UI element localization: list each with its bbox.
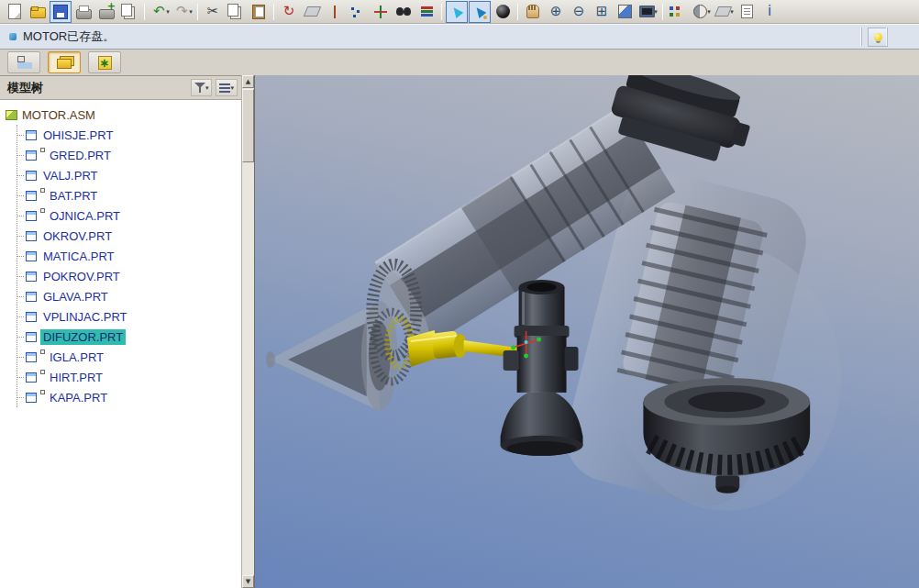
tree-item[interactable]: POKROV.PRT	[17, 266, 241, 286]
navigator-tab-folder-browser[interactable]	[48, 51, 81, 73]
regenerate-icon-button[interactable]: ↻	[278, 1, 300, 23]
scrollbar-thumb[interactable]	[242, 89, 254, 162]
part-icon	[26, 251, 37, 261]
tree-item-label[interactable]: IGLA.PRT	[47, 349, 106, 365]
zoom-out-icon: ⊖	[570, 3, 588, 21]
regenerate-icon: ↻	[280, 3, 298, 21]
open-icon-button[interactable]	[27, 1, 49, 23]
tree-item[interactable]: OHISJE.PRT	[17, 125, 241, 145]
repaint-icon	[615, 3, 634, 21]
tree-item[interactable]: DIFUZOR.PRT	[17, 327, 241, 347]
datum-csys-icon	[371, 3, 390, 21]
print-setup-icon	[97, 3, 116, 21]
tree-item-label[interactable]: VPLINJAC.PRT	[40, 309, 130, 325]
tree-item[interactable]: OJNICA.PRT	[17, 205, 241, 226]
tree-settings-button[interactable]: ▾	[216, 79, 238, 96]
search-icon-button[interactable]	[393, 1, 415, 23]
chevron-down-icon: ▾	[230, 84, 234, 92]
tree-root-label[interactable]: MOTOR.ASM	[22, 108, 95, 122]
undo-icon-button[interactable]: ↶▾	[149, 1, 171, 23]
part-icon	[26, 393, 37, 403]
tree-items: OHISJE.PRT GRED.PRT VALJ.PRT BAT.PRT OJN…	[17, 125, 241, 407]
display-style-icon-button[interactable]: ▾	[690, 1, 712, 23]
tree-item[interactable]: OKROV.PRT	[17, 226, 241, 246]
print-icon-button[interactable]	[72, 1, 94, 23]
scroll-down-button[interactable]: ▼	[242, 575, 254, 588]
tree-item-label[interactable]: KAPA.PRT	[47, 390, 110, 405]
navigator-toolbar: ∗	[0, 50, 919, 75]
spin-center-icon-button[interactable]	[522, 1, 544, 23]
datum-plane-icon	[303, 3, 321, 21]
part-icon	[26, 372, 37, 383]
tree-item[interactable]: BAT.PRT	[17, 185, 241, 205]
tree-item-label[interactable]: VALJ.PRT	[40, 168, 100, 183]
tree-item[interactable]: MATICA.PRT	[17, 246, 241, 266]
datum-display-icon-button[interactable]: ▾	[713, 1, 735, 23]
folder-browser-icon	[57, 59, 72, 69]
tree-item-label[interactable]: BAT.PRT	[47, 188, 100, 204]
zoom-out-icon-button[interactable]: ⊖	[568, 1, 590, 23]
part-icon	[26, 272, 37, 282]
tree-item-label[interactable]: OHISJE.PRT	[40, 128, 116, 143]
zoom-in-icon-button[interactable]: ⊕	[545, 1, 567, 23]
saved-views-icon-button[interactable]: ▾	[637, 1, 659, 23]
send-copy-icon-button[interactable]	[118, 1, 140, 23]
search-icon	[394, 3, 413, 21]
repaint-icon-button[interactable]	[614, 1, 636, 23]
main-toolbar: ↶▾↷▾✂↻⊕⊖⊞▾▾▾i	[0, 0, 919, 24]
new-file-icon-button[interactable]	[4, 1, 26, 23]
datum-point-icon	[349, 3, 367, 21]
tree-item[interactable]: HIRT.PRT	[17, 367, 241, 387]
datum-csys-icon-button[interactable]	[370, 1, 392, 23]
layer-icon-button[interactable]	[415, 1, 437, 23]
print-setup-icon-button[interactable]	[95, 1, 117, 23]
tree-scrollbar[interactable]: ▲ ▼	[241, 75, 254, 588]
datum-axis-icon	[326, 3, 344, 21]
navigator-tab-model-tree[interactable]	[7, 51, 40, 73]
tree-item[interactable]: VALJ.PRT	[17, 165, 241, 185]
refit-icon-button[interactable]: ⊞	[591, 1, 613, 23]
datum-point-icon-button[interactable]	[347, 1, 369, 23]
tree-item-label[interactable]: MATICA.PRT	[40, 249, 117, 264]
tree-item-label[interactable]: DIFUZOR.PRT	[40, 329, 126, 345]
tree-item-label[interactable]: OKROV.PRT	[40, 228, 115, 244]
part-carburetor[interactable]	[501, 280, 583, 456]
tree-item-label[interactable]: POKROV.PRT	[40, 269, 123, 284]
copy-icon-button[interactable]	[225, 1, 247, 23]
datum-plane-icon-button[interactable]	[301, 1, 323, 23]
toolbar-separator	[144, 4, 145, 20]
model-info-icon-button[interactable]: i	[758, 1, 781, 23]
tree-item-label[interactable]: HIRT.PRT	[47, 370, 105, 385]
view-manager-icon-button[interactable]	[667, 1, 689, 23]
tree-root-item[interactable]: MOTOR.ASM	[6, 105, 241, 125]
cut-icon-button[interactable]: ✂	[202, 1, 224, 23]
save-icon-button[interactable]	[50, 1, 72, 23]
model-info-icon: i	[760, 3, 779, 21]
tree-item[interactable]: IGLA.PRT	[17, 347, 241, 367]
shaded-view-icon-button[interactable]	[492, 1, 514, 23]
tree-item-label[interactable]: GLAVA.PRT	[40, 289, 111, 305]
tree-item-label[interactable]: GRED.PRT	[47, 148, 114, 163]
3d-viewport[interactable]	[254, 75, 919, 588]
annotation-display-icon-button[interactable]	[736, 1, 758, 23]
tree-item-label[interactable]: OJNICA.PRT	[47, 208, 123, 224]
tree-filter-button[interactable]: ▾	[191, 79, 213, 96]
tree-item[interactable]: GLAVA.PRT	[17, 286, 241, 306]
smart-filter-icon-button[interactable]	[469, 1, 491, 23]
tree-item[interactable]: KAPA.PRT	[17, 387, 241, 407]
paste-icon-button[interactable]	[248, 1, 270, 23]
tree-item[interactable]: VPLINJAC.PRT	[17, 306, 241, 327]
motor-assembly-model[interactable]	[255, 75, 919, 588]
hint-lamp-button[interactable]	[868, 28, 888, 47]
datum-axis-icon-button[interactable]	[324, 1, 346, 23]
select-arrow-icon-button[interactable]	[446, 1, 468, 23]
tree-item[interactable]: GRED.PRT	[17, 145, 241, 165]
filter-icon	[194, 82, 205, 94]
part-icon	[26, 231, 37, 241]
navigator-tab-favorites[interactable]: ∗	[88, 51, 121, 73]
cut-icon: ✂	[204, 3, 222, 21]
redo-icon-button[interactable]: ↷▾	[172, 1, 194, 23]
toolbar-separator	[662, 4, 663, 20]
undo-icon: ↶	[149, 3, 168, 21]
scroll-up-button[interactable]: ▲	[242, 75, 254, 88]
